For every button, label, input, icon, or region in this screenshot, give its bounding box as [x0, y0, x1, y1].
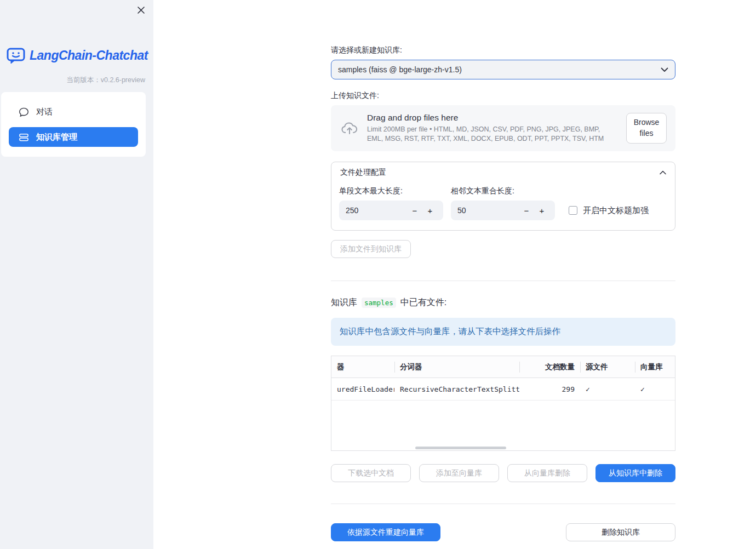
chunk-size-input[interactable]: 250 − + — [339, 201, 443, 220]
info-banner: 知识库中包含源文件与向量库，请从下表中选择文件后操作 — [331, 318, 675, 346]
app-title: LangChain-Chatchat — [30, 48, 148, 63]
sidebar: LangChain-Chatchat 当前版本：v0.2.6-preview 对… — [0, 0, 153, 549]
add-to-vector-store-button[interactable]: 添加至向量库 — [419, 464, 499, 482]
kb-select[interactable]: samples (faiss @ bge-large-zh-v1.5) — [331, 60, 675, 79]
col-header-loader: 器 — [331, 356, 394, 378]
chunk-size-label: 单段文本最大长度: — [339, 186, 451, 196]
dropzone-limit-text: Limit 200MB per file • HTML, MD, JSON, C… — [367, 125, 617, 144]
kb-select-value: samples (faiss @ bge-large-zh-v1.5) — [338, 65, 661, 74]
zh-title-enhance-checkbox[interactable]: 开启中文标题加强 — [569, 205, 649, 216]
chunk-size-value: 250 — [346, 206, 407, 215]
upload-label: 上传知识文件: — [331, 91, 675, 101]
version-text: 当前版本：v0.2.6-preview — [66, 76, 145, 85]
cell-vector-store-check: ✓ — [635, 378, 675, 400]
kb-files-table[interactable]: 器 分词器 文档数量 源文件 向量库 uredFileLoader Recurs… — [331, 356, 675, 451]
chat-bubble-icon — [19, 107, 29, 117]
file-action-buttons: 下载选中文档 添加至向量库 从向量库删除 从知识库中删除 — [331, 464, 675, 482]
divider — [331, 504, 675, 504]
app-logo: LangChain-Chatchat — [7, 47, 148, 64]
close-icon — [137, 6, 145, 14]
close-sidebar-button[interactable] — [135, 4, 146, 15]
col-header-doc-count: 文档数量 — [519, 356, 580, 378]
overlap-value: 50 — [457, 206, 519, 215]
cell-splitter: RecursiveCharacterTextSplitter — [394, 378, 519, 400]
overlap-input[interactable]: 50 − + — [451, 201, 555, 220]
expander-header[interactable]: 文件处理配置 — [331, 162, 675, 182]
col-header-source-file: 源文件 — [580, 356, 635, 378]
add-files-to-kb-button[interactable]: 添加文件到知识库 — [331, 240, 411, 258]
sidebar-menu: 对话 知识库管理 — [1, 92, 146, 157]
stack-icon — [19, 132, 29, 142]
delete-kb-button[interactable]: 删除知识库 — [566, 523, 675, 541]
browse-files-button[interactable]: Browse files — [626, 113, 667, 143]
cell-loader: uredFileLoader — [331, 378, 394, 400]
sidebar-item-knowledge-base[interactable]: 知识库管理 — [9, 127, 138, 147]
file-dropzone[interactable]: Drag and drop files here Limit 200MB per… — [331, 105, 675, 151]
sidebar-item-label: 知识库管理 — [36, 132, 77, 142]
chatchat-logo-icon — [7, 47, 25, 64]
kb-bottom-buttons: 依据源文件重建向量库 删除知识库 — [331, 523, 675, 541]
checkbox-label: 开启中文标题加强 — [583, 205, 649, 216]
kb-select-label: 请选择或新建知识库: — [331, 45, 675, 55]
chunk-size-increment-button[interactable]: + — [422, 206, 438, 215]
chevron-up-icon — [660, 170, 666, 175]
sidebar-item-label: 对话 — [36, 107, 53, 117]
table-header-row: 器 分词器 文档数量 源文件 向量库 — [331, 356, 675, 378]
checkbox-icon — [569, 206, 577, 215]
delete-from-kb-button[interactable]: 从知识库中删除 — [595, 464, 675, 482]
rebuild-vector-store-button[interactable]: 依据源文件重建向量库 — [331, 523, 440, 541]
kb-name-code: samples — [362, 298, 396, 308]
chevron-down-icon — [661, 67, 668, 72]
col-header-splitter: 分词器 — [394, 356, 519, 378]
overlap-decrement-button[interactable]: − — [519, 206, 534, 215]
expander-body: 单段文本最大长度: 相邻文本重合长度: 250 − + 50 − + 开启中文标… — [331, 182, 675, 230]
file-config-expander: 文件处理配置 单段文本最大长度: 相邻文本重合长度: 250 − + 50 − … — [331, 162, 675, 231]
sidebar-item-dialogue[interactable]: 对话 — [9, 102, 138, 121]
download-selected-button[interactable]: 下载选中文档 — [331, 464, 411, 482]
cloud-upload-icon — [341, 121, 358, 135]
dropzone-instructions: Drag and drop files here Limit 200MB per… — [367, 113, 617, 144]
col-header-vector-store: 向量库 — [635, 356, 675, 378]
cell-doc-count: 299 — [519, 378, 580, 400]
horizontal-scrollbar[interactable] — [415, 447, 506, 449]
chunk-size-decrement-button[interactable]: − — [407, 206, 422, 215]
table-row[interactable]: uredFileLoader RecursiveCharacterTextSpl… — [331, 378, 675, 401]
divider — [331, 281, 675, 281]
overlap-label: 相邻文本重合长度: — [451, 186, 514, 196]
kb-files-heading: 知识库 samples 中已有文件: — [331, 297, 675, 308]
overlap-increment-button[interactable]: + — [534, 206, 549, 215]
dropzone-title: Drag and drop files here — [367, 113, 617, 123]
main-content: 请选择或新建知识库: samples (faiss @ bge-large-zh… — [331, 0, 675, 541]
cell-source-file-check: ✓ — [580, 378, 635, 400]
delete-from-vector-store-button[interactable]: 从向量库删除 — [507, 464, 587, 482]
expander-title: 文件处理配置 — [340, 168, 386, 178]
